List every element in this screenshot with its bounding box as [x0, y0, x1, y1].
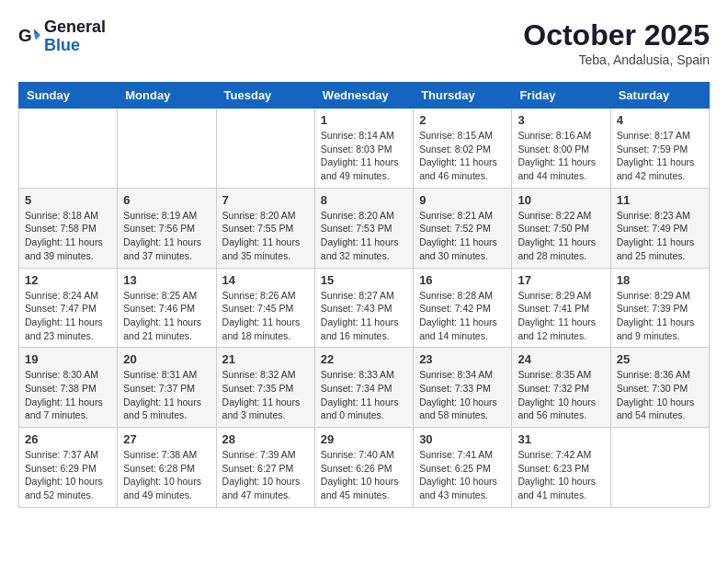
day-info: Sunrise: 7:38 AM Sunset: 6:28 PM Dayligh…	[123, 448, 210, 502]
day-info: Sunrise: 8:24 AM Sunset: 7:47 PM Dayligh…	[25, 289, 111, 343]
calendar-week-row: 19Sunrise: 8:30 AM Sunset: 7:38 PM Dayli…	[19, 348, 710, 428]
day-number: 2	[419, 113, 506, 127]
day-number: 17	[518, 273, 604, 287]
day-number: 26	[25, 432, 111, 446]
calendar-day-26: 26Sunrise: 7:37 AM Sunset: 6:29 PM Dayli…	[19, 428, 118, 508]
day-number: 6	[123, 193, 210, 207]
day-info: Sunrise: 7:41 AM Sunset: 6:25 PM Dayligh…	[419, 448, 506, 502]
day-number: 7	[222, 193, 309, 207]
day-number: 31	[518, 432, 604, 446]
day-info: Sunrise: 8:18 AM Sunset: 7:58 PM Dayligh…	[25, 209, 111, 263]
day-number: 23	[419, 352, 506, 366]
calendar-day-19: 19Sunrise: 8:30 AM Sunset: 7:38 PM Dayli…	[19, 348, 118, 428]
calendar-day-12: 12Sunrise: 8:24 AM Sunset: 7:47 PM Dayli…	[19, 268, 118, 348]
day-number: 9	[419, 193, 506, 207]
day-info: Sunrise: 8:17 AM Sunset: 7:59 PM Dayligh…	[617, 129, 703, 183]
calendar-day-2: 2Sunrise: 8:15 AM Sunset: 8:02 PM Daylig…	[414, 109, 512, 189]
day-info: Sunrise: 7:42 AM Sunset: 6:23 PM Dayligh…	[518, 448, 604, 502]
calendar-day-27: 27Sunrise: 7:38 AM Sunset: 6:28 PM Dayli…	[118, 428, 216, 508]
calendar-day-28: 28Sunrise: 7:39 AM Sunset: 6:27 PM Dayli…	[216, 428, 314, 508]
day-number: 18	[617, 273, 703, 287]
calendar-day-13: 13Sunrise: 8:25 AM Sunset: 7:46 PM Dayli…	[118, 268, 216, 348]
calendar-week-row: 26Sunrise: 7:37 AM Sunset: 6:29 PM Dayli…	[19, 428, 710, 508]
calendar-day-31: 31Sunrise: 7:42 AM Sunset: 6:23 PM Dayli…	[512, 428, 610, 508]
day-info: Sunrise: 8:30 AM Sunset: 7:38 PM Dayligh…	[25, 368, 111, 422]
page-header: G General Blue October 2025 Teba, Andalu…	[18, 18, 710, 67]
day-number: 20	[123, 352, 210, 366]
calendar-day-20: 20Sunrise: 8:31 AM Sunset: 7:37 PM Dayli…	[118, 348, 216, 428]
day-info: Sunrise: 8:29 AM Sunset: 7:39 PM Dayligh…	[617, 289, 703, 343]
day-number: 22	[321, 352, 407, 366]
calendar-header-row: SundayMondayTuesdayWednesdayThursdayFrid…	[19, 83, 710, 109]
day-header-saturday: Saturday	[610, 83, 709, 109]
day-number: 5	[25, 193, 111, 207]
day-number: 14	[222, 273, 309, 287]
day-info: Sunrise: 8:35 AM Sunset: 7:32 PM Dayligh…	[518, 368, 604, 422]
title-block: October 2025 Teba, Andalusia, Spain	[523, 18, 710, 67]
day-info: Sunrise: 8:21 AM Sunset: 7:52 PM Dayligh…	[419, 209, 506, 263]
day-header-thursday: Thursday	[414, 83, 512, 109]
svg-text:G: G	[18, 26, 32, 45]
day-info: Sunrise: 8:19 AM Sunset: 7:56 PM Dayligh…	[123, 209, 210, 263]
calendar-day-11: 11Sunrise: 8:23 AM Sunset: 7:49 PM Dayli…	[610, 188, 709, 268]
calendar-day-17: 17Sunrise: 8:29 AM Sunset: 7:41 PM Dayli…	[512, 268, 610, 348]
day-number: 28	[222, 432, 309, 446]
calendar-day-7: 7Sunrise: 8:20 AM Sunset: 7:55 PM Daylig…	[216, 188, 314, 268]
calendar-day-9: 9Sunrise: 8:21 AM Sunset: 7:52 PM Daylig…	[414, 188, 512, 268]
day-number: 25	[617, 352, 703, 366]
day-info: Sunrise: 8:22 AM Sunset: 7:50 PM Dayligh…	[518, 209, 604, 263]
calendar-day-29: 29Sunrise: 7:40 AM Sunset: 6:26 PM Dayli…	[314, 428, 413, 508]
day-header-sunday: Sunday	[19, 83, 118, 109]
day-number: 27	[123, 432, 210, 446]
calendar-day-21: 21Sunrise: 8:32 AM Sunset: 7:35 PM Dayli…	[216, 348, 314, 428]
calendar-empty-cell	[118, 109, 216, 189]
day-info: Sunrise: 8:29 AM Sunset: 7:41 PM Dayligh…	[518, 289, 604, 343]
day-info: Sunrise: 8:28 AM Sunset: 7:42 PM Dayligh…	[419, 289, 506, 343]
location-subtitle: Teba, Andalusia, Spain	[523, 52, 710, 67]
day-info: Sunrise: 8:16 AM Sunset: 8:00 PM Dayligh…	[518, 129, 604, 183]
calendar-day-1: 1Sunrise: 8:14 AM Sunset: 8:03 PM Daylig…	[314, 109, 413, 189]
day-info: Sunrise: 8:32 AM Sunset: 7:35 PM Dayligh…	[222, 368, 309, 422]
day-number: 10	[518, 193, 604, 207]
day-info: Sunrise: 8:20 AM Sunset: 7:53 PM Dayligh…	[321, 209, 407, 263]
day-number: 8	[321, 193, 407, 207]
day-number: 19	[25, 352, 111, 366]
calendar-day-5: 5Sunrise: 8:18 AM Sunset: 7:58 PM Daylig…	[19, 188, 118, 268]
calendar-day-22: 22Sunrise: 8:33 AM Sunset: 7:34 PM Dayli…	[314, 348, 413, 428]
day-info: Sunrise: 8:36 AM Sunset: 7:30 PM Dayligh…	[617, 368, 703, 422]
calendar-day-18: 18Sunrise: 8:29 AM Sunset: 7:39 PM Dayli…	[610, 268, 709, 348]
day-info: Sunrise: 8:23 AM Sunset: 7:49 PM Dayligh…	[617, 209, 703, 263]
logo-line1: General	[44, 18, 106, 37]
logo-text: General Blue	[44, 18, 106, 55]
calendar-day-15: 15Sunrise: 8:27 AM Sunset: 7:43 PM Dayli…	[314, 268, 413, 348]
day-info: Sunrise: 8:26 AM Sunset: 7:45 PM Dayligh…	[222, 289, 309, 343]
logo-line2: Blue	[44, 37, 106, 55]
calendar-week-row: 1Sunrise: 8:14 AM Sunset: 8:03 PM Daylig…	[19, 109, 710, 189]
calendar-day-14: 14Sunrise: 8:26 AM Sunset: 7:45 PM Dayli…	[216, 268, 314, 348]
logo: G General Blue	[18, 18, 106, 55]
day-info: Sunrise: 8:33 AM Sunset: 7:34 PM Dayligh…	[321, 368, 407, 422]
calendar-empty-cell	[610, 428, 709, 508]
calendar-week-row: 12Sunrise: 8:24 AM Sunset: 7:47 PM Dayli…	[19, 268, 710, 348]
calendar-table: SundayMondayTuesdayWednesdayThursdayFrid…	[18, 82, 710, 508]
calendar-day-30: 30Sunrise: 7:41 AM Sunset: 6:25 PM Dayli…	[414, 428, 512, 508]
day-number: 24	[518, 352, 604, 366]
day-info: Sunrise: 8:34 AM Sunset: 7:33 PM Dayligh…	[419, 368, 506, 422]
calendar-day-4: 4Sunrise: 8:17 AM Sunset: 7:59 PM Daylig…	[610, 109, 709, 189]
day-number: 16	[419, 273, 506, 287]
day-number: 12	[25, 273, 111, 287]
day-number: 15	[321, 273, 407, 287]
day-info: Sunrise: 7:40 AM Sunset: 6:26 PM Dayligh…	[321, 448, 407, 502]
day-info: Sunrise: 8:25 AM Sunset: 7:46 PM Dayligh…	[123, 289, 210, 343]
calendar-day-8: 8Sunrise: 8:20 AM Sunset: 7:53 PM Daylig…	[314, 188, 413, 268]
day-number: 21	[222, 352, 309, 366]
day-number: 11	[617, 193, 703, 207]
calendar-day-3: 3Sunrise: 8:16 AM Sunset: 8:00 PM Daylig…	[512, 109, 610, 189]
calendar-day-16: 16Sunrise: 8:28 AM Sunset: 7:42 PM Dayli…	[414, 268, 512, 348]
day-number: 1	[321, 113, 407, 127]
calendar-day-10: 10Sunrise: 8:22 AM Sunset: 7:50 PM Dayli…	[512, 188, 610, 268]
day-info: Sunrise: 7:39 AM Sunset: 6:27 PM Dayligh…	[222, 448, 309, 502]
calendar-week-row: 5Sunrise: 8:18 AM Sunset: 7:58 PM Daylig…	[19, 188, 710, 268]
day-number: 29	[321, 432, 407, 446]
calendar-day-23: 23Sunrise: 8:34 AM Sunset: 7:33 PM Dayli…	[414, 348, 512, 428]
